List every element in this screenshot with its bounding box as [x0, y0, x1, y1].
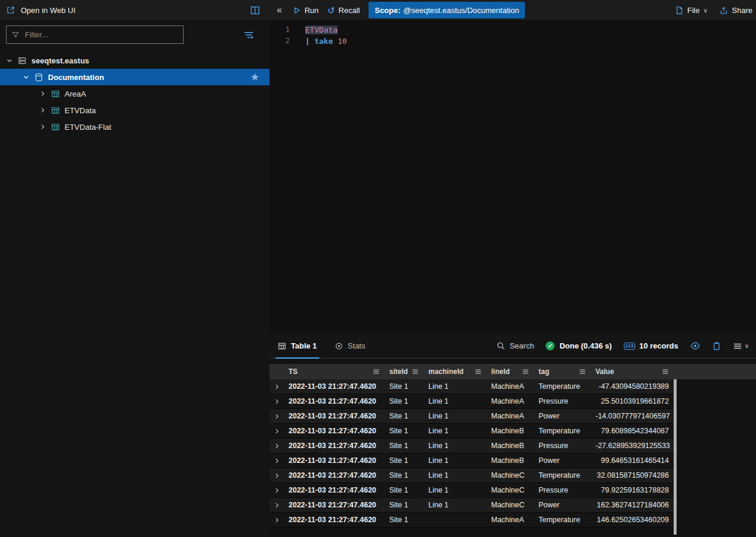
cell-siteid: Site 1: [385, 516, 424, 524]
chevron-right-icon: [274, 443, 280, 449]
column-menu-icon[interactable]: [412, 368, 419, 375]
column-menu-icon[interactable]: [475, 368, 482, 375]
filter-row: [0, 20, 270, 47]
column-label: siteId: [389, 367, 408, 376]
table-row[interactable]: 2022-11-03 21:27:47.4620 Site 1 Line 1 M…: [270, 453, 677, 468]
column-header-lineid[interactable]: lineId: [486, 364, 534, 379]
record-count: 123 10 records: [624, 341, 678, 350]
column-label: tag: [539, 367, 549, 376]
scope-selector[interactable]: Scope: @seeqtest.eastus/Documentation: [369, 2, 525, 18]
cell-ts: 2022-11-03 21:27:47.4620: [284, 427, 385, 435]
cell-tag: Pressure: [534, 486, 591, 494]
table-row[interactable]: 2022-11-03 21:27:47.4620 Site 1 Line 1 M…: [270, 424, 677, 439]
table-row[interactable]: 2022-11-03 21:27:47.4620 Site 1 Line 1 M…: [270, 468, 677, 483]
table-row[interactable]: 2022-11-03 21:27:47.4620 Site 1 Line 1 M…: [270, 394, 677, 409]
row-expander[interactable]: [270, 428, 284, 434]
table-row[interactable]: 2022-11-03 21:27:47.4620 Site 1 Line 1 M…: [270, 498, 677, 513]
open-in-web-ui-button[interactable]: Open in Web UI: [6, 5, 75, 15]
code-line-2: 2 | take 10: [270, 36, 756, 47]
copy-results-button[interactable]: [712, 341, 721, 350]
recall-button[interactable]: ↺ Recall: [328, 6, 360, 15]
chevron-right-icon: [39, 123, 46, 130]
token-number: 10: [338, 37, 347, 46]
table-label: ETVData-Flat: [65, 123, 111, 132]
tab-table-1[interactable]: Table 1: [276, 334, 319, 358]
cell-value: 32.081587150974286: [591, 471, 674, 480]
tree-item-table-etvdata[interactable]: ETVData: [0, 102, 270, 119]
token-pipe: |: [305, 37, 310, 46]
table-row[interactable]: 2022-11-03 21:27:47.4620 Site 1 Line 1 M…: [270, 379, 677, 394]
row-expander[interactable]: [270, 502, 284, 509]
cell-machineid: Line 1: [424, 382, 486, 391]
column-header-machineid[interactable]: machineId: [424, 364, 486, 379]
filter-input-box[interactable]: [6, 25, 184, 44]
tree-item-database[interactable]: Documentation ★: [0, 69, 270, 85]
file-menu-button[interactable]: File ∨: [675, 6, 707, 15]
table-row[interactable]: 2022-11-03 21:27:47.4620 Site 1 Line 1 M…: [270, 483, 677, 498]
row-expander[interactable]: [270, 472, 284, 479]
status-text: Done (0.436 s): [559, 341, 611, 350]
row-expander[interactable]: [270, 458, 284, 464]
split-panel-icon[interactable]: [250, 5, 260, 15]
cell-tag: Power: [534, 456, 591, 465]
record-count-text: 10 records: [639, 341, 678, 350]
tree-item-table-areaa[interactable]: AreaA: [0, 85, 270, 102]
column-menu-icon[interactable]: [522, 368, 529, 375]
cell-tag: Pressure: [534, 442, 591, 450]
row-expander[interactable]: [270, 517, 284, 523]
cell-ts: 2022-11-03 21:27:47.4620: [284, 486, 385, 494]
column-header-siteid[interactable]: siteId: [385, 364, 424, 379]
share-menu-button[interactable]: Share: [719, 6, 752, 15]
column-header-ts[interactable]: TS: [284, 364, 385, 379]
tab-stats[interactable]: Stats: [332, 334, 368, 358]
column-label: TS: [289, 367, 297, 376]
search-button[interactable]: Search: [496, 341, 534, 350]
collapse-sidebar-button[interactable]: «: [276, 5, 283, 15]
cell-lineid: MachineA: [486, 397, 534, 405]
chevron-down-icon: [23, 73, 30, 81]
chevron-right-icon: [274, 487, 280, 494]
preview-toggle-button[interactable]: [690, 341, 700, 351]
connection-tree: seeqtest.eastus Documentation ★: [0, 52, 270, 135]
row-expander[interactable]: [270, 443, 284, 449]
eye-icon: [690, 341, 700, 351]
results-body: 2022-11-03 21:27:47.4620 Site 1 Line 1 M…: [270, 379, 677, 528]
row-expander[interactable]: [270, 383, 284, 390]
stats-icon: [335, 342, 343, 350]
vertical-scrollbar[interactable]: [674, 379, 677, 535]
table-row[interactable]: 2022-11-03 21:27:47.4620 Site 1 Line 1 M…: [270, 409, 677, 424]
cell-value: -47.43094580219389: [591, 382, 674, 391]
query-editor[interactable]: 1 ETVData 2 | take 10: [270, 20, 756, 334]
row-expander[interactable]: [270, 487, 284, 494]
token-keyword: take: [315, 37, 333, 46]
tree-item-cluster[interactable]: seeqtest.eastus: [0, 52, 270, 69]
favorite-star-icon[interactable]: ★: [251, 72, 259, 82]
column-menu-icon[interactable]: [579, 368, 586, 375]
grid-icon: [278, 342, 286, 350]
cell-lineid: MachineA: [486, 516, 534, 524]
cell-tag: Temperature: [534, 471, 591, 480]
column-menu-icon[interactable]: [373, 368, 380, 375]
chevron-right-icon: [274, 458, 280, 464]
row-expander[interactable]: [270, 398, 284, 405]
cell-tag: Pressure: [534, 397, 591, 405]
row-expander[interactable]: [270, 413, 284, 420]
table-row[interactable]: 2022-11-03 21:27:47.4620 Site 1 Line 1 M…: [270, 439, 677, 453]
cell-ts: 2022-11-03 21:27:47.4620: [284, 442, 385, 450]
table-row[interactable]: 2022-11-03 21:27:47.4620 Site 1 MachineA…: [270, 513, 677, 528]
cell-siteid: Site 1: [385, 486, 424, 494]
connection-sidebar: seeqtest.eastus Documentation ★: [0, 20, 270, 537]
results-menu-button[interactable]: ∨: [733, 341, 749, 351]
column-header-tag[interactable]: tag: [534, 364, 591, 379]
run-button[interactable]: Run: [292, 6, 319, 15]
play-icon: [292, 6, 301, 15]
chevron-right-icon: [39, 107, 46, 114]
tree-item-table-etvdata-flat[interactable]: ETVData-Flat: [0, 119, 270, 135]
filter-input[interactable]: [24, 30, 178, 40]
starred-filter-icon[interactable]: [244, 30, 254, 40]
cell-value: 162.36274127184006: [591, 501, 674, 509]
column-menu-icon[interactable]: [662, 368, 669, 375]
column-header-value[interactable]: Value: [591, 364, 674, 379]
cell-lineid: MachineC: [486, 471, 534, 480]
cell-tag: Power: [534, 501, 591, 509]
